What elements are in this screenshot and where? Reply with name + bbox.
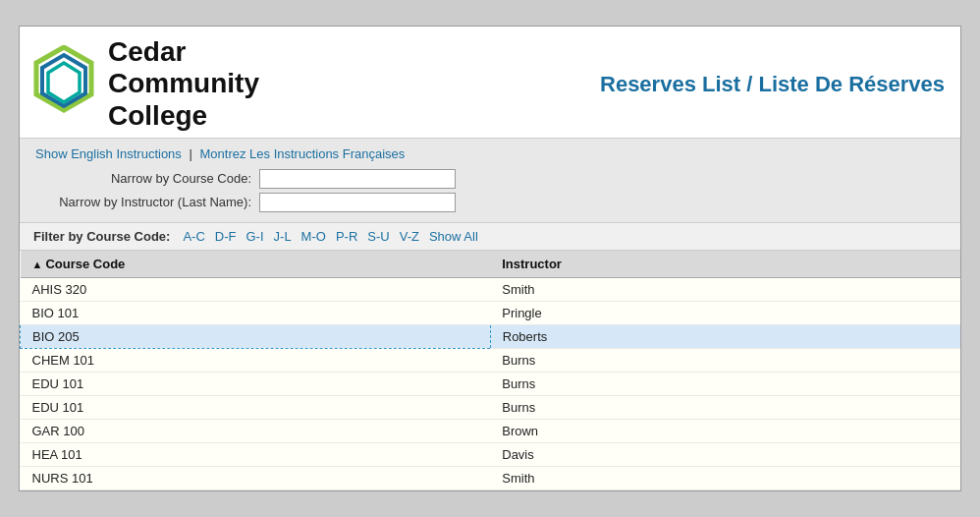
instructor-row: Narrow by Instructor (Last Name):: [35, 193, 945, 212]
controls-area: Show English Instructions | Montrez Les …: [20, 138, 960, 223]
instructor-cell: Burns: [490, 395, 960, 419]
course-cell: AHIS 320: [21, 277, 491, 301]
table-header-row: Course Code Instructor: [21, 251, 961, 278]
logo-icon: [29, 45, 98, 124]
alpha-link-m-o[interactable]: M-O: [301, 229, 326, 244]
course-code-input[interactable]: [259, 169, 456, 189]
alpha-link-j-l[interactable]: J-L: [274, 229, 292, 244]
col-course-header[interactable]: Course Code: [21, 251, 491, 278]
alpha-link-s-u[interactable]: S-U: [367, 229, 389, 244]
table-row[interactable]: HEA 101Davis: [21, 442, 961, 466]
table-row[interactable]: CHEM 101Burns: [21, 348, 961, 372]
show-english-link[interactable]: Show English Instructions: [35, 146, 182, 161]
table-body: AHIS 320SmithBIO 101PringleBIO 205Robert…: [21, 277, 961, 489]
table-row[interactable]: BIO 205Roberts: [21, 324, 961, 348]
alpha-link-show-all[interactable]: Show All: [429, 229, 478, 244]
page-title: Reserves List / Liste De Réserves: [600, 72, 945, 97]
table-row[interactable]: BIO 101Pringle: [21, 301, 961, 324]
table-row[interactable]: EDU 101Burns: [21, 372, 961, 395]
instructor-cell: Burns: [490, 348, 960, 372]
instructor-label: Narrow by Instructor (Last Name):: [35, 195, 251, 209]
alpha-link-v-z[interactable]: V-Z: [400, 229, 419, 244]
separator: |: [189, 146, 191, 161]
course-cell: HEA 101: [21, 442, 491, 466]
instructor-cell: Smith: [490, 277, 960, 301]
filter-form: Narrow by Course Code: Narrow by Instruc…: [35, 169, 945, 212]
course-code-row: Narrow by Course Code:: [35, 169, 945, 189]
alpha-link-a-c[interactable]: A-C: [183, 229, 204, 244]
instructor-cell: Roberts: [490, 324, 960, 348]
course-cell: NURS 101: [21, 466, 491, 489]
course-cell: EDU 101: [21, 372, 491, 395]
table-row[interactable]: NURS 101Smith: [21, 466, 961, 489]
instructor-cell: Brown: [490, 419, 960, 442]
instructor-cell: Smith: [490, 466, 960, 489]
instructor-input[interactable]: [259, 193, 456, 212]
logo-area: Cedar Community College: [29, 36, 259, 132]
alpha-link-d-f[interactable]: D-F: [215, 229, 237, 244]
course-cell: GAR 100: [21, 419, 491, 442]
alpha-bar: Filter by Course Code: A-CD-FG-IJ-LM-OP-…: [20, 223, 960, 251]
table-row[interactable]: GAR 100Brown: [21, 419, 961, 442]
alpha-links: A-CD-FG-IJ-LM-OP-RS-UV-ZShow All: [178, 229, 482, 244]
header: Cedar Community College Reserves List / …: [20, 27, 960, 138]
course-cell: CHEM 101: [21, 348, 491, 372]
table-row[interactable]: AHIS 320Smith: [21, 277, 961, 301]
logo-text: Cedar Community College: [108, 36, 259, 132]
course-cell: BIO 205: [21, 324, 491, 348]
course-cell: EDU 101: [21, 395, 491, 419]
table-row[interactable]: EDU 101Burns: [21, 395, 961, 419]
instructor-cell: Davis: [490, 442, 960, 466]
show-french-link[interactable]: Montrez Les Instructions Françaises: [200, 146, 406, 161]
data-table: Course Code Instructor AHIS 320SmithBIO …: [20, 251, 960, 490]
alpha-link-p-r[interactable]: P-R: [336, 229, 357, 244]
instructor-cell: Pringle: [490, 301, 960, 324]
col-instructor-header[interactable]: Instructor: [490, 251, 960, 278]
course-code-label: Narrow by Course Code:: [35, 171, 251, 186]
svg-marker-2: [48, 63, 80, 102]
instructions-row: Show English Instructions | Montrez Les …: [35, 146, 945, 161]
course-cell: BIO 101: [21, 301, 491, 324]
alpha-link-g-i[interactable]: G-I: [245, 229, 263, 244]
instructor-cell: Burns: [490, 372, 960, 395]
alpha-bar-label: Filter by Course Code:: [33, 229, 170, 244]
